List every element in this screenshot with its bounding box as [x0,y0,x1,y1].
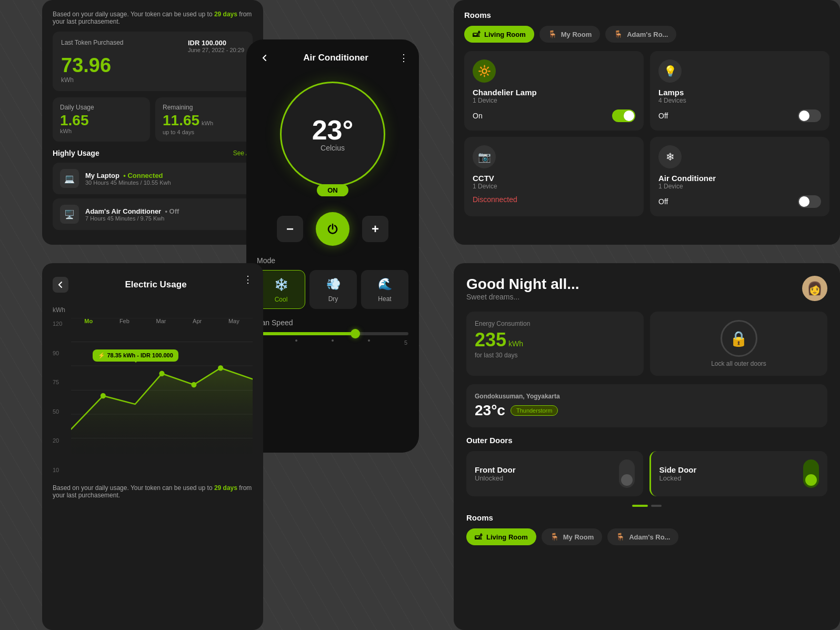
token-kwh: kWh [61,76,244,84]
temperature-display: 23° Celcius ON [257,82,408,196]
tab-my-room[interactable]: 🪑 My Room [539,26,601,43]
electric-title: Electric Usage [125,279,186,290]
ac-room-toggle[interactable] [798,195,821,208]
tab-living-room[interactable]: 🛋 Living Room [464,26,534,43]
mode-dry-button[interactable]: 💨 Dry [309,270,357,309]
fan-tick-4 [368,339,370,342]
cctv-count: 1 Device [473,183,635,190]
chandelier-status-row: On [473,109,635,122]
tab-adams-room[interactable]: 🪑 Adam's Ro... [605,26,676,43]
chart-svg-wrapper: ⚡ 78.35 kWh - IDR 100.000 [71,318,253,463]
fan-speed-slider[interactable] [257,332,408,335]
weather-badge: Thunderstorm [511,405,558,416]
cctv-status-row: Disconnected [473,195,635,204]
ac-header: Air Conditioner ⋮ [257,50,408,66]
chart-tooltip: ⚡ 78.35 kWh - IDR 100.000 [93,349,178,362]
chart-area: 120 90 75 50 20 10 ⚡ 78.35 kWh - IDR 100… [53,318,253,476]
lamps-card: 💡 Lamps 4 Devices Off [650,51,829,131]
device-item-ac[interactable]: 🖥️ Adam's Air Conditioner • Off 7 Hours … [53,198,253,230]
ac-room-icon: ❄ [658,145,682,168]
rooms-bottom-title: Rooms [466,513,827,522]
lamp-icon: 💡 [658,59,682,83]
cctv-name: CCTV [473,174,635,183]
energy-unit: kWh [508,339,523,348]
goodnight-title: Good Night all... [466,276,579,293]
lamps-status: Off [658,112,668,120]
ac-room-name: Air Conditioner [658,174,821,183]
cool-label: Cool [275,296,288,303]
sofa-icon-2: 🛋 [475,533,482,541]
chandelier-lamp-card: 🔆 Chandelier Lamp 1 Device On [464,51,644,131]
ac-more-button[interactable]: ⋮ [399,52,408,64]
chandelier-name: Chandelier Lamp [473,88,635,97]
room-tabs: 🛋 Living Room 🪑 My Room 🪑 Adam's Ro... [464,26,829,43]
ac-back-button[interactable] [257,50,273,66]
lock-icon: 🔒 [721,320,757,357]
remaining-sub: up to 4 days [163,129,245,135]
token-card: Last Token Purchased IDR 100.000 June 27… [53,32,253,91]
svg-marker-6 [71,368,253,463]
side-door-card: Side Door Locked [649,451,828,496]
laptop-name: My Laptop • Connected [85,172,171,179]
ac-room-card: ❄ Air Conditioner 1 Device Off [650,137,829,216]
electric-back-button[interactable] [53,277,68,293]
ac-name: Adam's Air Conditioner • Off [85,207,179,215]
mode-heat-button[interactable]: 🌊 Heat [361,270,408,309]
temp-circle: 23° Celcius [280,82,385,187]
fan-label: Fan Speed [257,318,408,327]
tab-my-room-bottom[interactable]: 🪑 My Room [542,528,603,545]
heat-label: Heat [378,295,391,303]
increase-temp-button[interactable]: + [362,216,388,242]
laptop-detail: 30 Hours 45 Minutes / 10.55 Kwh [85,179,171,186]
weather-location: Gondokusuman, Yogyakarta [475,393,819,400]
cctv-icon: 📷 [473,145,496,168]
fan-ticks: 1 5 [257,339,408,346]
remaining-label: Remaining [163,104,245,111]
front-door-toggle[interactable] [619,459,635,488]
mode-label: Mode [257,256,408,265]
elec-hint-days: 29 days [214,484,237,492]
my-room-label-2: My Room [563,533,594,541]
remaining-kwh: kWh [202,120,213,126]
living-room-label-2: Living Room [486,533,528,541]
heat-icon: 🌊 [378,277,392,291]
chandelier-icon: 🔆 [473,59,496,83]
laptop-icon: 💻 [60,169,79,188]
scroll-indicator [466,505,827,507]
temp-unit: Celcius [321,144,345,152]
token-value: 73.96 [61,55,244,75]
mode-cool-button[interactable]: ❄️ Cool [257,270,305,309]
decrease-temp-button[interactable]: − [277,216,303,242]
side-door-toggle[interactable] [803,459,819,488]
scroll-dot-2 [651,505,662,507]
daily-value: 1.65 [60,113,143,128]
lamps-toggle[interactable] [798,109,821,122]
cctv-status: Disconnected [473,195,517,204]
device-item-laptop[interactable]: 💻 My Laptop • Connected 30 Hours 45 Minu… [53,163,253,194]
dry-label: Dry [328,295,338,303]
power-button[interactable] [316,212,349,246]
rooms-title: Rooms [464,11,829,19]
electric-more-button[interactable]: ⋮ [243,274,253,285]
laptop-connected-dot: • Connected [123,172,163,179]
lock-all-card[interactable]: 🔒 Lock all outer doors [650,312,827,376]
elec-hint: Based on your daily usage. Your token ca… [53,484,253,499]
energy-consumption-card: Energy Consumtion 235 kWh for last 30 da… [466,312,644,376]
svg-point-10 [218,365,223,371]
fan-tick-3 [332,339,334,342]
highly-usage-header: Highly Usage See All [53,149,253,157]
rooms-bottom-tabs: 🛋 Living Room 🪑 My Room 🪑 Adam's Ro... [466,528,827,545]
goodnight-panel: Good Night all... Sweet dreams... 👩 Ener… [454,263,840,630]
fan-tick-2 [295,339,297,342]
ac-room-status: Off [658,197,668,206]
chandelier-toggle[interactable] [612,109,635,122]
rooms-panel: Rooms 🛋 Living Room 🪑 My Room 🪑 Adam's R… [454,0,840,245]
tab-living-room-bottom[interactable]: 🛋 Living Room [466,528,536,545]
remaining-value: 11.65 [163,113,199,128]
energy-usage-panel: Based on your daily usage. Your token ca… [42,0,263,245]
tab-adams-room-bottom[interactable]: 🪑 Adam's Ro... [607,528,678,545]
token-label: Last Token Purchased [61,39,124,53]
living-room-label: Living Room [484,31,526,38]
weather-temp: 23°c [475,402,505,419]
weather-card: Gondokusuman, Yogyakarta 23°c Thundersto… [466,384,827,427]
